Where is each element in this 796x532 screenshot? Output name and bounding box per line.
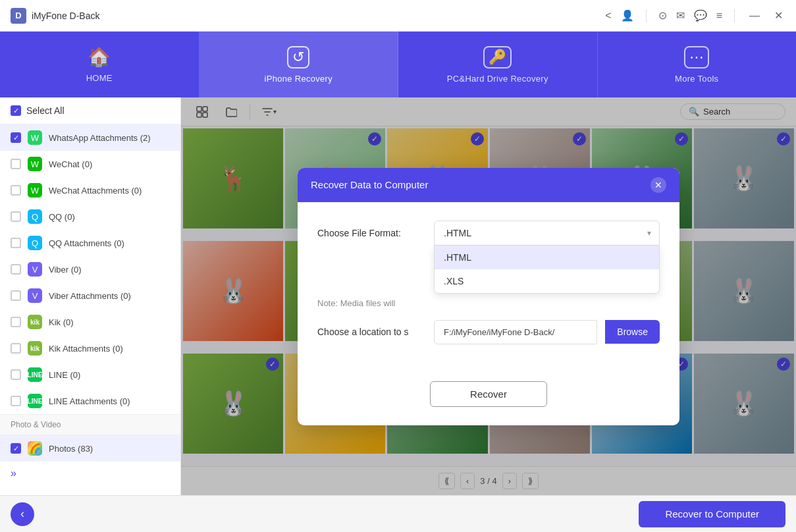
modal-overlay: Recover Data to Computer ✕ Choose File F… [181,97,796,495]
format-option-xls[interactable]: .XLS [435,269,659,293]
wechat-att-checkbox[interactable] [11,185,21,196]
select-all-label: Select All [26,105,65,116]
photos-checkbox[interactable] [11,443,21,454]
whatsapp-label: WhatsApp Attachments (2) [49,133,151,143]
note-label: Note: Media files will [317,298,426,308]
qq-label: QQ (0) [49,212,75,222]
wechat-label: WeChat (0) [49,159,92,169]
format-select-display[interactable]: .HTML ▾ [434,221,660,246]
select-arrow-icon: ▾ [647,228,651,238]
kik-att-label: Kik Attachments (0) [49,344,123,354]
viber-icon: V [28,262,42,277]
nav-more-tools-label: More Tools [675,74,718,84]
sidebar-item-kik[interactable]: kik Kik (0) [0,309,180,335]
qq-att-label: QQ Attachments (0) [49,238,124,248]
menu-icon[interactable]: ≡ [716,10,722,22]
sidebar-item-whatsapp[interactable]: W WhatsApp Attachments (2) [0,124,180,151]
modal-close-button[interactable]: ✕ [650,177,666,193]
sidebar-item-viber[interactable]: V Viber (0) [0,256,180,282]
line-icon: LINE [28,367,42,382]
nav-home-label: HOME [86,73,113,83]
sidebar-item-viber-att[interactable]: V Viber Attachments (0) [0,282,180,309]
location-input[interactable] [434,320,597,344]
wechat-att-icon: W [28,183,42,198]
format-select-wrapper: .HTML ▾ .HTML .XLS [434,221,660,246]
sidebar-item-qq[interactable]: Q QQ (0) [0,203,180,230]
viber-label: Viber (0) [49,265,82,275]
settings-icon[interactable]: ⊙ [658,9,667,22]
whatsapp-icon: W [28,130,42,145]
sidebar-item-qq-att[interactable]: Q QQ Attachments (0) [0,230,180,256]
format-row: Choose File Format: .HTML ▾ .HTML .XLS [317,221,660,246]
location-label: Choose a location to s [317,327,426,337]
nav-pc-recovery[interactable]: 🔑 PC&Hard Drive Recovery [398,32,598,97]
main-content: Select All W WhatsApp Attachments (2) W … [0,97,796,495]
modal-body: Choose File Format: .HTML ▾ .HTML .XLS [298,202,679,375]
format-option-html[interactable]: .HTML [435,246,659,269]
recover-dialog: Recover Data to Computer ✕ Choose File F… [298,168,679,425]
section-header-photo-video: Photo & Video [0,414,180,435]
line-checkbox[interactable] [11,369,21,380]
qq-icon: Q [28,209,42,224]
format-label: Choose File Format: [317,228,426,238]
back-button[interactable]: ‹ [11,502,34,526]
photos-label: Photos (83) [49,444,93,454]
viber-att-icon: V [28,288,42,303]
browse-button[interactable]: Browse [605,320,660,344]
kik-att-icon: kik [28,341,42,356]
share-icon[interactable]: < [605,10,611,22]
modal-footer: Recover [298,375,679,425]
chat-icon[interactable]: 💬 [694,9,707,22]
line-att-icon: LINE [28,394,42,408]
photos-icon: 🌈 [28,441,42,456]
line-label: LINE (0) [49,370,80,380]
wechat-checkbox[interactable] [11,159,21,169]
sidebar-item-wechat-att[interactable]: W WeChat Attachments (0) [0,177,180,203]
content-area: ▾ 🔍 🦌 🐱 ✓ 🐰 ✓ 🐰 ✓ 🐰 [181,97,796,495]
sidebar-item-photos[interactable]: 🌈 Photos (83) [0,435,180,462]
modal-header: Recover Data to Computer ✕ [298,168,679,202]
viber-att-checkbox[interactable] [11,290,21,301]
modal-title: Recover Data to Computer [311,179,428,190]
user-icon[interactable]: 👤 [621,9,634,22]
titlebar-icons: < 👤 ⊙ ✉ 💬 ≡ — ✕ [605,9,785,22]
minimize-button[interactable]: — [747,10,762,22]
qq-checkbox[interactable] [11,211,21,222]
select-all-checkbox[interactable] [11,105,21,116]
sidebar-more[interactable]: » [0,462,180,485]
location-row: Choose a location to s Browse [317,320,660,344]
more-tools-icon: ⋯ [684,46,709,68]
titlebar-left: D iMyFone D-Back [11,8,99,24]
mail-icon[interactable]: ✉ [676,9,685,22]
sidebar-item-wechat[interactable]: W WeChat (0) [0,151,180,177]
sidebar-item-kik-att[interactable]: kik Kik Attachments (0) [0,335,180,361]
select-all-row[interactable]: Select All [0,97,180,124]
iphone-recovery-icon: ↺ [287,46,309,68]
pc-recovery-icon: 🔑 [483,46,512,68]
nav-iphone-recovery-label: iPhone Recovery [265,74,333,84]
qq-att-checkbox[interactable] [11,238,21,248]
viber-checkbox[interactable] [11,264,21,275]
home-icon: 🏠 [88,46,111,68]
nav-iphone-recovery[interactable]: ↺ iPhone Recovery [199,32,399,97]
nav-home[interactable]: 🏠 HOME [0,32,199,97]
bottombar: ‹ Recover to Computer [0,495,796,532]
nav-more-tools[interactable]: ⋯ More Tools [598,32,797,97]
qq-att-icon: Q [28,236,42,250]
whatsapp-checkbox[interactable] [11,132,21,143]
navbar: 🏠 HOME ↺ iPhone Recovery 🔑 PC&Hard Drive… [0,32,796,97]
note-row: Note: Media files will [317,298,660,308]
close-button[interactable]: ✕ [772,9,785,22]
recover-button[interactable]: Recover [430,381,547,407]
sidebar-item-line[interactable]: LINE LINE (0) [0,361,180,388]
kik-att-checkbox[interactable] [11,343,21,354]
sidebar-item-line-att[interactable]: LINE LINE Attachments (0) [0,388,180,414]
titlebar-sep-1 [646,9,647,22]
app-logo: D [11,8,26,24]
kik-label: Kik (0) [49,317,74,327]
line-att-checkbox[interactable] [11,396,21,406]
titlebar-sep-2 [734,9,735,22]
kik-checkbox[interactable] [11,317,21,327]
recover-to-computer-button[interactable]: Recover to Computer [639,501,785,527]
nav-pc-recovery-label: PC&Hard Drive Recovery [447,74,548,84]
